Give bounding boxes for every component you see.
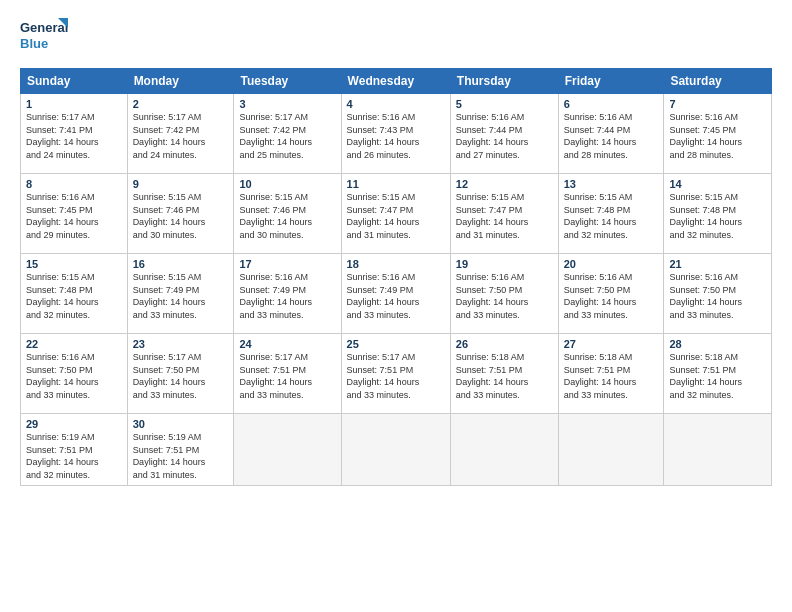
day-info: Sunrise: 5:17 AMSunset: 7:42 PMDaylight:… — [133, 112, 206, 160]
calendar-cell: 11Sunrise: 5:15 AMSunset: 7:47 PMDayligh… — [341, 174, 450, 254]
calendar-cell: 25Sunrise: 5:17 AMSunset: 7:51 PMDayligh… — [341, 334, 450, 414]
day-info: Sunrise: 5:16 AMSunset: 7:44 PMDaylight:… — [456, 112, 529, 160]
calendar-cell: 20Sunrise: 5:16 AMSunset: 7:50 PMDayligh… — [558, 254, 664, 334]
col-header-thursday: Thursday — [450, 69, 558, 94]
day-number: 1 — [26, 98, 122, 110]
day-number: 21 — [669, 258, 766, 270]
calendar-cell — [234, 414, 341, 486]
calendar-cell: 3Sunrise: 5:17 AMSunset: 7:42 PMDaylight… — [234, 94, 341, 174]
day-number: 24 — [239, 338, 335, 350]
day-number: 7 — [669, 98, 766, 110]
day-number: 23 — [133, 338, 229, 350]
day-number: 3 — [239, 98, 335, 110]
calendar-cell — [341, 414, 450, 486]
day-number: 20 — [564, 258, 659, 270]
day-info: Sunrise: 5:16 AMSunset: 7:45 PMDaylight:… — [26, 192, 99, 240]
day-info: Sunrise: 5:15 AMSunset: 7:48 PMDaylight:… — [669, 192, 742, 240]
col-header-monday: Monday — [127, 69, 234, 94]
calendar-cell: 14Sunrise: 5:15 AMSunset: 7:48 PMDayligh… — [664, 174, 772, 254]
day-number: 17 — [239, 258, 335, 270]
calendar-cell: 17Sunrise: 5:16 AMSunset: 7:49 PMDayligh… — [234, 254, 341, 334]
day-info: Sunrise: 5:16 AMSunset: 7:50 PMDaylight:… — [564, 272, 637, 320]
calendar-cell — [450, 414, 558, 486]
day-info: Sunrise: 5:16 AMSunset: 7:50 PMDaylight:… — [456, 272, 529, 320]
calendar-cell: 19Sunrise: 5:16 AMSunset: 7:50 PMDayligh… — [450, 254, 558, 334]
calendar-cell: 24Sunrise: 5:17 AMSunset: 7:51 PMDayligh… — [234, 334, 341, 414]
svg-text:General: General — [20, 20, 68, 35]
day-info: Sunrise: 5:16 AMSunset: 7:49 PMDaylight:… — [239, 272, 312, 320]
day-info: Sunrise: 5:15 AMSunset: 7:46 PMDaylight:… — [133, 192, 206, 240]
calendar-cell: 26Sunrise: 5:18 AMSunset: 7:51 PMDayligh… — [450, 334, 558, 414]
day-number: 29 — [26, 418, 122, 430]
day-number: 9 — [133, 178, 229, 190]
calendar-cell: 28Sunrise: 5:18 AMSunset: 7:51 PMDayligh… — [664, 334, 772, 414]
calendar-cell: 10Sunrise: 5:15 AMSunset: 7:46 PMDayligh… — [234, 174, 341, 254]
calendar-cell: 9Sunrise: 5:15 AMSunset: 7:46 PMDaylight… — [127, 174, 234, 254]
day-info: Sunrise: 5:15 AMSunset: 7:46 PMDaylight:… — [239, 192, 312, 240]
day-number: 18 — [347, 258, 445, 270]
calendar-cell: 27Sunrise: 5:18 AMSunset: 7:51 PMDayligh… — [558, 334, 664, 414]
calendar-cell: 2Sunrise: 5:17 AMSunset: 7:42 PMDaylight… — [127, 94, 234, 174]
day-number: 26 — [456, 338, 553, 350]
day-number: 30 — [133, 418, 229, 430]
day-info: Sunrise: 5:17 AMSunset: 7:41 PMDaylight:… — [26, 112, 99, 160]
day-info: Sunrise: 5:15 AMSunset: 7:47 PMDaylight:… — [347, 192, 420, 240]
calendar-cell: 13Sunrise: 5:15 AMSunset: 7:48 PMDayligh… — [558, 174, 664, 254]
day-number: 15 — [26, 258, 122, 270]
day-info: Sunrise: 5:15 AMSunset: 7:47 PMDaylight:… — [456, 192, 529, 240]
day-number: 2 — [133, 98, 229, 110]
day-number: 11 — [347, 178, 445, 190]
svg-text:Blue: Blue — [20, 36, 48, 51]
day-number: 13 — [564, 178, 659, 190]
logo-svg: General Blue — [20, 16, 70, 58]
day-info: Sunrise: 5:17 AMSunset: 7:51 PMDaylight:… — [239, 352, 312, 400]
calendar-cell: 22Sunrise: 5:16 AMSunset: 7:50 PMDayligh… — [21, 334, 128, 414]
day-info: Sunrise: 5:16 AMSunset: 7:45 PMDaylight:… — [669, 112, 742, 160]
calendar-cell: 4Sunrise: 5:16 AMSunset: 7:43 PMDaylight… — [341, 94, 450, 174]
calendar-cell: 16Sunrise: 5:15 AMSunset: 7:49 PMDayligh… — [127, 254, 234, 334]
calendar-cell: 23Sunrise: 5:17 AMSunset: 7:50 PMDayligh… — [127, 334, 234, 414]
day-number: 4 — [347, 98, 445, 110]
calendar-cell: 29Sunrise: 5:19 AMSunset: 7:51 PMDayligh… — [21, 414, 128, 486]
day-info: Sunrise: 5:18 AMSunset: 7:51 PMDaylight:… — [564, 352, 637, 400]
calendar-cell: 18Sunrise: 5:16 AMSunset: 7:49 PMDayligh… — [341, 254, 450, 334]
day-info: Sunrise: 5:18 AMSunset: 7:51 PMDaylight:… — [669, 352, 742, 400]
col-header-saturday: Saturday — [664, 69, 772, 94]
day-number: 6 — [564, 98, 659, 110]
logo: General Blue — [20, 16, 70, 58]
calendar: SundayMondayTuesdayWednesdayThursdayFrid… — [20, 68, 772, 486]
col-header-sunday: Sunday — [21, 69, 128, 94]
day-info: Sunrise: 5:15 AMSunset: 7:49 PMDaylight:… — [133, 272, 206, 320]
calendar-cell: 7Sunrise: 5:16 AMSunset: 7:45 PMDaylight… — [664, 94, 772, 174]
day-info: Sunrise: 5:17 AMSunset: 7:42 PMDaylight:… — [239, 112, 312, 160]
calendar-cell: 21Sunrise: 5:16 AMSunset: 7:50 PMDayligh… — [664, 254, 772, 334]
day-info: Sunrise: 5:16 AMSunset: 7:50 PMDaylight:… — [26, 352, 99, 400]
day-number: 27 — [564, 338, 659, 350]
day-info: Sunrise: 5:16 AMSunset: 7:43 PMDaylight:… — [347, 112, 420, 160]
calendar-cell — [664, 414, 772, 486]
day-info: Sunrise: 5:18 AMSunset: 7:51 PMDaylight:… — [456, 352, 529, 400]
calendar-cell: 15Sunrise: 5:15 AMSunset: 7:48 PMDayligh… — [21, 254, 128, 334]
day-info: Sunrise: 5:15 AMSunset: 7:48 PMDaylight:… — [26, 272, 99, 320]
calendar-cell: 30Sunrise: 5:19 AMSunset: 7:51 PMDayligh… — [127, 414, 234, 486]
day-number: 8 — [26, 178, 122, 190]
calendar-cell — [558, 414, 664, 486]
calendar-cell: 8Sunrise: 5:16 AMSunset: 7:45 PMDaylight… — [21, 174, 128, 254]
day-info: Sunrise: 5:15 AMSunset: 7:48 PMDaylight:… — [564, 192, 637, 240]
day-number: 14 — [669, 178, 766, 190]
day-number: 19 — [456, 258, 553, 270]
day-info: Sunrise: 5:16 AMSunset: 7:44 PMDaylight:… — [564, 112, 637, 160]
day-info: Sunrise: 5:19 AMSunset: 7:51 PMDaylight:… — [26, 432, 99, 480]
calendar-cell: 6Sunrise: 5:16 AMSunset: 7:44 PMDaylight… — [558, 94, 664, 174]
day-info: Sunrise: 5:16 AMSunset: 7:49 PMDaylight:… — [347, 272, 420, 320]
day-number: 12 — [456, 178, 553, 190]
day-number: 5 — [456, 98, 553, 110]
day-number: 10 — [239, 178, 335, 190]
calendar-cell: 1Sunrise: 5:17 AMSunset: 7:41 PMDaylight… — [21, 94, 128, 174]
day-number: 22 — [26, 338, 122, 350]
col-header-tuesday: Tuesday — [234, 69, 341, 94]
day-info: Sunrise: 5:17 AMSunset: 7:51 PMDaylight:… — [347, 352, 420, 400]
col-header-wednesday: Wednesday — [341, 69, 450, 94]
calendar-cell: 5Sunrise: 5:16 AMSunset: 7:44 PMDaylight… — [450, 94, 558, 174]
day-number: 28 — [669, 338, 766, 350]
